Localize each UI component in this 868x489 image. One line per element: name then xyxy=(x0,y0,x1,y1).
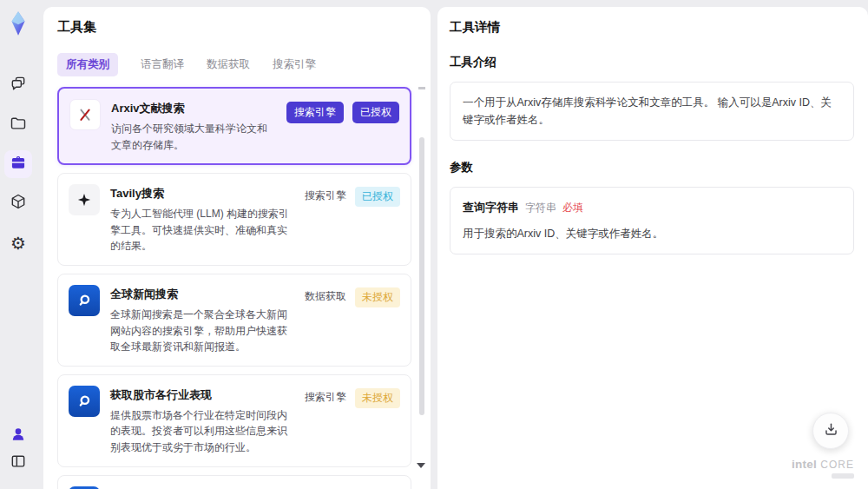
cube-icon xyxy=(10,193,27,214)
user-icon xyxy=(10,426,27,446)
tool-card-tags: 搜索引擎 未授权 xyxy=(305,486,400,489)
blue-search-icon xyxy=(69,386,100,417)
chat-icon xyxy=(10,75,27,96)
tool-name: 获取市场最活跃股票信息 xyxy=(110,486,294,489)
tool-card-body: Tavily搜索 专为人工智能代理 (LLM) 构建的搜索引擎工具。可快速提供实… xyxy=(110,184,294,254)
tab-language-translation[interactable]: 语言翻译 xyxy=(141,53,184,76)
tab-all-categories[interactable]: 所有类别 xyxy=(57,53,118,76)
intro-box: 一个用于从Arxiv存储库搜索科学论文和文章的工具。 输入可以是Arxiv ID… xyxy=(450,82,854,141)
params-section-title: 参数 xyxy=(450,160,854,175)
app-logo-gem-icon xyxy=(5,10,31,36)
tool-description: 访问各个研究领域大量科学论文和文章的存储库。 xyxy=(111,121,276,153)
intro-text: 一个用于从Arxiv存储库搜索科学论文和文章的工具。 输入可以是Arxiv ID… xyxy=(463,96,832,126)
status-badge: 未授权 xyxy=(355,287,400,307)
param-required-flag: 必填 xyxy=(562,200,583,216)
tool-card-list: Arxiv文献搜索 访问各个研究领域大量科学论文和文章的存储库。 搜索引擎 已授… xyxy=(57,87,417,489)
brand-core-text: CORE xyxy=(820,459,854,471)
details-title: 工具详情 xyxy=(450,19,854,36)
tool-card-tags: 数据获取 未授权 xyxy=(305,285,400,355)
status-badge: 已授权 xyxy=(352,102,399,123)
download-icon xyxy=(823,421,839,441)
sidebar-item-tools[interactable] xyxy=(4,150,32,178)
category-label: 搜索引擎 xyxy=(305,187,346,203)
category-tabs: 所有类别 语言翻译 数据获取 搜索引擎 xyxy=(57,53,417,76)
sidebar-item-settings[interactable]: ⚙ xyxy=(4,229,32,257)
tool-name: Arxiv文献搜索 xyxy=(111,99,276,116)
briefcase-icon xyxy=(10,154,27,175)
scrollbar-down-arrow-icon[interactable] xyxy=(417,463,425,468)
main-area: 工具集 所有类别 语言翻译 数据获取 搜索引擎 A xyxy=(36,0,868,489)
sidebar-item-account[interactable] xyxy=(4,422,32,450)
scrollbar-top-tick xyxy=(418,87,425,89)
intel-core-logo: intel CORE xyxy=(792,456,854,479)
tool-description: 专为人工智能代理 (LLM) 构建的搜索引擎工具。可快速提供实时、准确和真实的结… xyxy=(110,206,294,254)
param-type: 字符串 xyxy=(525,200,556,216)
download-button[interactable] xyxy=(812,413,849,449)
tool-card-body: 获取市场最活跃股票信息 提供当天交易量最高的股票列表。投资者可以利用这些信息来识… xyxy=(110,486,294,489)
tool-details-panel: 工具详情 工具介绍 一个用于从Arxiv存储库搜索科学论文和文章的工具。 输入可… xyxy=(437,7,868,489)
tool-card-tags: 搜索引擎 已授权 xyxy=(305,184,400,254)
tool-card-arxiv[interactable]: Arxiv文献搜索 访问各个研究领域大量科学论文和文章的存储库。 搜索引擎 已授… xyxy=(57,87,411,165)
brand-sub-mark xyxy=(832,473,854,479)
tool-card-body: 获取股市各行业表现 提供股票市场各个行业在特定时间段内的表现。投资者可以利用这些… xyxy=(110,386,294,456)
tool-card-tavily[interactable]: Tavily搜索 专为人工智能代理 (LLM) 构建的搜索引擎工具。可快速提供实… xyxy=(57,173,411,266)
tool-card-stock-sectors[interactable]: 获取股市各行业表现 提供股票市场各个行业在特定时间段内的表现。投资者可以利用这些… xyxy=(57,374,411,467)
sidebar-item-panel-toggle[interactable] xyxy=(4,449,32,477)
status-badge: 已授权 xyxy=(355,187,400,207)
arxiv-logo-icon xyxy=(69,99,101,130)
tab-data-fetching[interactable]: 数据获取 xyxy=(207,53,250,76)
tab-search-engine[interactable]: 搜索引擎 xyxy=(273,53,316,76)
folder-icon xyxy=(10,115,27,135)
brand-intel-text: intel xyxy=(792,458,817,471)
sidebar-item-packages[interactable] xyxy=(4,189,32,217)
tool-card-global-news[interactable]: 全球新闻搜索 全球新闻搜索是一个聚合全球各大新闻网站内容的搜索引擎，帮助用户快速… xyxy=(57,274,411,367)
four-point-star-icon xyxy=(69,184,100,215)
sidebar-item-files[interactable] xyxy=(4,111,32,139)
tool-name: 获取股市各行业表现 xyxy=(110,386,294,403)
intro-section-title: 工具介绍 xyxy=(450,55,854,70)
param-name: 查询字符串 xyxy=(463,199,519,217)
blue-search-icon xyxy=(69,285,100,316)
page-title: 工具集 xyxy=(57,19,417,36)
scrollbar-thumb[interactable] xyxy=(419,137,424,415)
tool-description: 全球新闻搜索是一个聚合全球各大新闻网站内容的搜索引擎，帮助用户快速获取全球最新资… xyxy=(110,307,294,355)
status-badge: 未授权 xyxy=(355,388,400,408)
category-label: 数据获取 xyxy=(305,287,346,304)
tool-card-active-stocks[interactable]: 获取市场最活跃股票信息 提供当天交易量最高的股票列表。投资者可以利用这些信息来识… xyxy=(57,475,411,489)
category-badge: 搜索引擎 xyxy=(286,102,344,123)
tool-description: 提供股票市场各个行业在特定时间段内的表现。投资者可以利用这些信息来识别表现优于或… xyxy=(110,407,294,456)
sidebar: ⚙ xyxy=(0,0,36,489)
param-box: 查询字符串 字符串 必填 用于搜索的Arxiv ID、关键字或作者姓名。 xyxy=(450,187,854,254)
gear-icon: ⚙ xyxy=(10,235,26,252)
tool-name: Tavily搜索 xyxy=(110,184,294,202)
tool-card-tags: 搜索引擎 未授权 xyxy=(305,386,400,456)
tool-name: 全球新闻搜索 xyxy=(110,285,294,302)
category-label: 搜索引擎 xyxy=(305,388,346,405)
tool-card-body: 全球新闻搜索 全球新闻搜索是一个聚合全球各大新闻网站内容的搜索引擎，帮助用户快速… xyxy=(110,285,294,355)
param-description: 用于搜索的Arxiv ID、关键字或作者姓名。 xyxy=(463,225,841,242)
blue-search-icon xyxy=(69,486,100,489)
tool-card-tags: 搜索引擎 已授权 xyxy=(286,99,399,153)
param-header: 查询字符串 字符串 必填 xyxy=(463,199,841,217)
sidebar-item-chat[interactable] xyxy=(4,71,32,99)
tool-card-body: Arxiv文献搜索 访问各个研究领域大量科学论文和文章的存储库。 xyxy=(111,99,276,153)
tools-list-panel: 工具集 所有类别 语言翻译 数据获取 搜索引擎 A xyxy=(43,7,431,489)
app-window: ⚙ 工具集 所有类别 语言翻 xyxy=(0,0,868,489)
panel-icon xyxy=(10,453,27,473)
